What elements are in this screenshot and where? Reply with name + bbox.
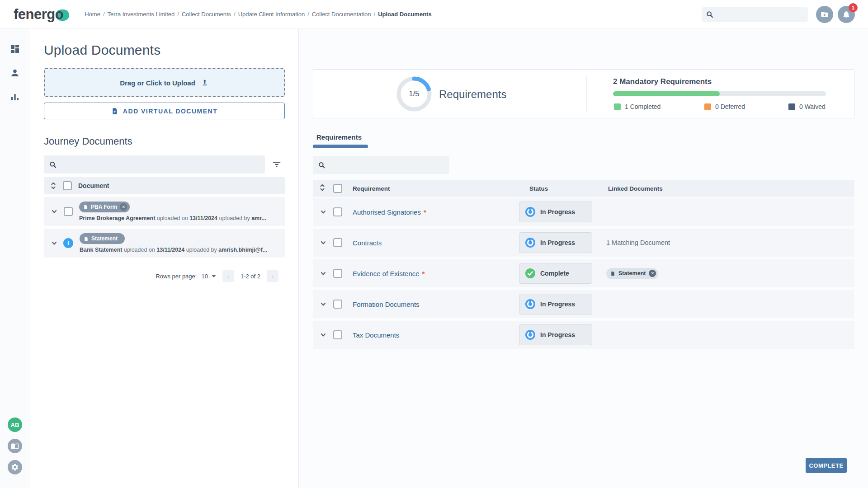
rows-per-page-label: Rows per page: [156, 273, 197, 280]
uploaded-on-label: uploaded on [124, 247, 155, 253]
linked-document-chip[interactable]: Statement✕ [606, 268, 658, 279]
book-icon [11, 442, 19, 450]
topbar-actions: 1 [702, 6, 868, 23]
document-icon [610, 271, 615, 277]
breadcrumb-collect-documents[interactable]: Collect Documents [182, 11, 231, 18]
select-all-checkbox[interactable] [333, 184, 342, 193]
requirement-name: Formation Documents [353, 290, 420, 318]
pagination: Rows per page: 10 ‹ 1-2 of 2 › [44, 270, 285, 282]
requirements-search-input[interactable] [329, 162, 444, 169]
requirements-progress-donut: 1/5 [395, 75, 433, 113]
expand-row-button[interactable] [320, 270, 326, 277]
requirements-summary-card: 1/5 Requirements 2 Mandatory Requirement… [313, 69, 854, 118]
document-name: Prime Brokerage Agreement [79, 215, 155, 221]
sort-button[interactable] [319, 183, 326, 192]
status-badge[interactable]: In Progress [519, 232, 592, 253]
filter-button[interactable] [269, 156, 285, 173]
upload-documents-panel: Upload Documents Drag or Click to Upload… [30, 29, 299, 488]
deferred-swatch [704, 103, 711, 110]
requirements-panel: 1/5 Requirements 2 Mandatory Requirement… [299, 29, 868, 488]
active-tab-indicator [313, 145, 368, 148]
mandatory-progress-bar [613, 91, 826, 96]
status-label: Complete [540, 270, 569, 277]
caret-down-icon[interactable] [212, 275, 216, 277]
search-icon [49, 161, 57, 169]
breadcrumb-separator: / [103, 11, 105, 18]
column-linked-documents: Linked Documents [608, 180, 663, 197]
select-all-checkbox[interactable] [63, 181, 72, 190]
row-checkbox[interactable] [333, 330, 342, 339]
requirement-row: Evidence of Existence*CompleteStatement✕ [313, 259, 854, 287]
clients-icon[interactable] [9, 68, 20, 79]
expand-row-button[interactable] [51, 240, 57, 246]
add-virtual-document-button[interactable]: ADD VIRTUAL DOCUMENT [44, 103, 285, 119]
mandatory-progress-fill [613, 91, 720, 96]
global-search[interactable] [702, 7, 808, 22]
expand-row-button[interactable] [320, 209, 326, 215]
global-search-input[interactable] [717, 11, 803, 18]
expand-row-button[interactable] [320, 301, 326, 307]
mandatory-requirements-block: 2 Mandatory Requirements 1 Completed 0 D… [613, 70, 826, 119]
previous-page-button[interactable]: ‹ [222, 270, 234, 282]
tab-requirements[interactable]: Requirements [316, 133, 362, 141]
info-icon[interactable]: i [63, 238, 73, 248]
legend-deferred: 0 Deferred [704, 103, 745, 110]
dashboard-icon[interactable] [9, 43, 20, 54]
chevron-down-icon [320, 332, 326, 338]
expand-row-button[interactable] [320, 332, 326, 338]
breadcrumb-home[interactable]: Home [85, 11, 100, 18]
legend-completed-label: 1 Completed [625, 103, 660, 110]
status-badge[interactable]: In Progress [519, 324, 592, 345]
expand-row-button[interactable] [51, 208, 57, 215]
uploaded-date: 13/11/2024 [189, 215, 217, 221]
mandatory-requirements-title: 2 Mandatory Requirements [613, 77, 712, 86]
document-icon [83, 204, 88, 210]
document-type-chip[interactable]: PBA Form ✕ [79, 202, 130, 212]
status-badge[interactable]: In Progress [519, 202, 592, 222]
notifications-button[interactable]: 1 [838, 6, 855, 23]
breadcrumb-separator: / [307, 11, 309, 18]
breadcrumb-client[interactable]: Terra Investments Limited [108, 11, 175, 18]
sort-button[interactable] [50, 182, 57, 190]
linked-document-label: Statement [618, 270, 646, 277]
document-type-chip[interactable]: Statement [80, 233, 125, 244]
requirement-row: ContractsIn Progress1 Matching Document [313, 229, 854, 257]
document-meta: Bank Statement uploaded on 13/11/2024 up… [80, 247, 267, 253]
status-badge[interactable]: Complete [519, 263, 592, 284]
complete-button[interactable]: COMPLETE [806, 458, 847, 473]
status-label: In Progress [540, 239, 575, 246]
add-folder-button[interactable] [816, 6, 833, 23]
column-status: Status [529, 180, 548, 197]
requirement-row: Authorised Signatories*In Progress [313, 198, 854, 226]
knowledge-base-button[interactable] [8, 439, 22, 453]
row-checkbox[interactable] [64, 207, 73, 216]
unlink-document-button[interactable]: ✕ [649, 270, 656, 277]
requirement-name: Contracts [353, 229, 382, 257]
breadcrumb: Home/Terra Investments Limited/Collect D… [85, 11, 431, 18]
waived-swatch [788, 103, 795, 110]
row-checkbox[interactable] [333, 238, 342, 247]
upload-dropzone[interactable]: Drag or Click to Upload [44, 68, 285, 97]
status-badge[interactable]: In Progress [519, 294, 592, 314]
reports-icon[interactable] [9, 92, 20, 103]
avatar[interactable]: AB [8, 418, 22, 432]
row-checkbox[interactable] [333, 269, 342, 278]
rows-per-page-select[interactable]: 10 [201, 273, 208, 280]
settings-button[interactable] [8, 460, 22, 474]
row-checkbox[interactable] [333, 300, 342, 309]
in-progress-icon [525, 299, 536, 310]
legend-waived-label: 0 Waived [799, 103, 826, 110]
row-checkbox[interactable] [333, 207, 342, 216]
journey-search-row [44, 155, 285, 174]
expand-row-button[interactable] [320, 239, 326, 246]
breadcrumb-update-client-info[interactable]: Update Client Information [238, 11, 305, 18]
journey-search-input[interactable] [60, 161, 259, 168]
breadcrumb-collect-documentation[interactable]: Collect Documentation [312, 11, 371, 18]
journey-search[interactable] [44, 155, 265, 174]
sort-icon [319, 183, 326, 192]
chevron-down-icon [320, 301, 326, 307]
in-progress-icon [525, 206, 536, 217]
remove-document-button[interactable]: ✕ [120, 203, 127, 211]
requirements-search[interactable] [313, 156, 449, 174]
next-page-button[interactable]: › [267, 270, 278, 282]
